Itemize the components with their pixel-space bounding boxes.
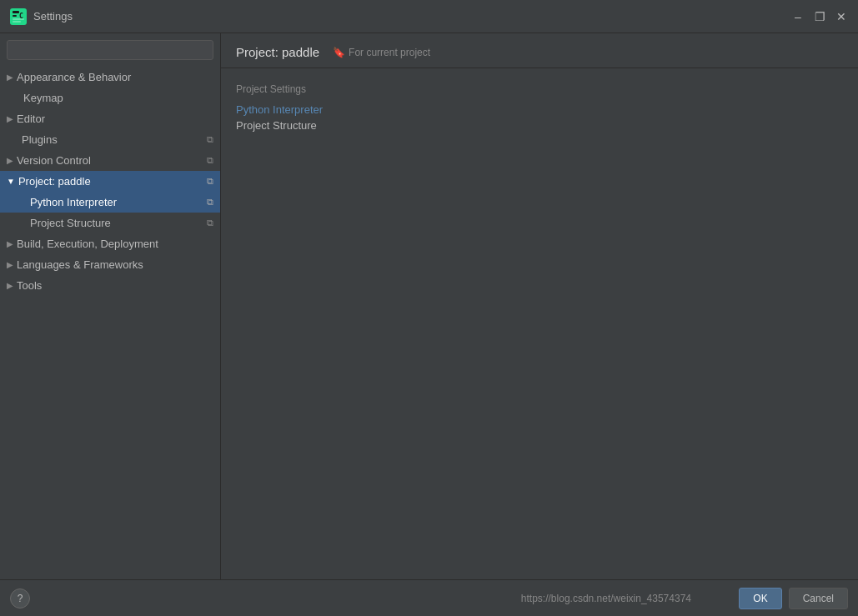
expand-arrow-icon: ▶ [7,73,13,82]
expand-arrow-icon: ▶ [7,281,13,290]
maximize-button[interactable]: ❐ [813,10,826,23]
sidebar-item-label: Plugins [22,133,58,146]
sidebar-item-label: Python Interpreter [30,196,117,208]
sidebar-item-label: Editor [17,113,45,125]
bookmark-icon: 🔖 [333,47,345,58]
close-button[interactable]: ✕ [835,10,848,23]
content-area: Project: paddle 🔖 For current project Pr… [221,33,858,579]
content-header: Project: paddle 🔖 For current project [221,33,858,68]
sidebar-item-version-control[interactable]: ▶ Version Control ⧉ [0,150,220,171]
expand-arrow-icon: ▶ [7,114,13,123]
sidebar-item-label: Tools [17,279,42,292]
project-structure-link[interactable]: Project Structure [236,119,843,132]
search-input[interactable] [7,40,213,60]
sidebar-item-keymap[interactable]: Keymap [0,88,220,108]
sidebar-item-project-paddle[interactable]: ▼ Project: paddle ⧉ [0,171,220,192]
sidebar: ▶ Appearance & Behavior Keymap ▶ Editor … [0,33,221,579]
sidebar-item-label: Build, Execution, Deployment [17,238,158,250]
external-link-icon: ⧉ [207,134,213,145]
sidebar-item-label: Keymap [23,92,63,104]
app-logo: C [10,8,27,25]
sidebar-item-label: Languages & Frameworks [17,258,143,271]
sidebar-item-appearance[interactable]: ▶ Appearance & Behavior [0,67,220,88]
for-current-project-label: For current project [349,47,430,58]
svg-rect-1 [13,11,19,13]
sidebar-item-languages[interactable]: ▶ Languages & Frameworks [0,254,220,275]
python-interpreter-link[interactable]: Python Interpreter [236,103,843,116]
sidebar-item-label: Appearance & Behavior [17,71,131,83]
expand-arrow-icon: ▼ [7,177,15,186]
window-controls: – ❐ ✕ [791,10,848,23]
sidebar-item-project-structure[interactable]: Project Structure ⧉ [0,213,220,233]
section-label: Project Settings [236,83,843,95]
svg-text:C: C [19,13,23,20]
external-link-icon: ⧉ [207,155,213,166]
url-display: https://blog.csdn.net/weixin_43574374 [521,593,691,604]
sidebar-item-label: Project: paddle [18,175,91,188]
sidebar-item-editor[interactable]: ▶ Editor [0,108,220,129]
title-bar: C Settings – ❐ ✕ [0,0,858,33]
help-button[interactable]: ? [10,588,30,608]
bottom-bar: ? https://blog.csdn.net/weixin_43574374 … [0,579,858,616]
sidebar-item-label: Project Structure [30,217,111,229]
minimize-button[interactable]: – [791,10,805,23]
expand-arrow-icon: ▶ [7,156,13,165]
for-current-project: 🔖 For current project [333,47,430,58]
external-link-icon: ⧉ [207,197,213,208]
ok-button[interactable]: OK [739,588,781,609]
content-title: Project: paddle [236,45,319,59]
sidebar-item-label: Version Control [17,154,91,167]
content-body: Project Settings Python Interpreter Proj… [221,68,858,579]
external-link-icon: ⧉ [207,218,213,228]
expand-arrow-icon: ▶ [7,239,13,248]
cancel-button[interactable]: Cancel [789,588,848,609]
window-title: Settings [33,10,791,23]
expand-arrow-icon: ▶ [7,260,13,269]
sidebar-item-tools[interactable]: ▶ Tools [0,275,220,296]
sidebar-item-plugins[interactable]: Plugins ⧉ [0,129,220,150]
sidebar-item-python-interpreter[interactable]: Python Interpreter ⧉ [0,192,220,213]
main-layout: ▶ Appearance & Behavior Keymap ▶ Editor … [0,33,858,579]
svg-rect-2 [13,15,17,17]
sidebar-item-build[interactable]: ▶ Build, Execution, Deployment [0,233,220,254]
svg-rect-4 [13,21,21,23]
external-link-icon: ⧉ [207,176,213,187]
